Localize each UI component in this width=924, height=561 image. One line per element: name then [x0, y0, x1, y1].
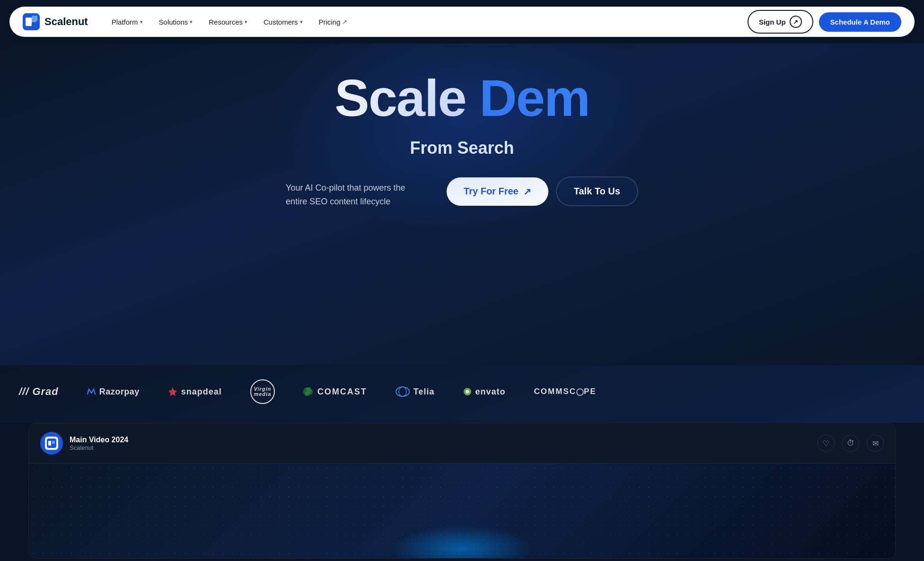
- logos-strip: /// Grad Razorpay snapdeal Virginmedia C…: [0, 365, 924, 423]
- hero-title: Scale Dem: [334, 72, 589, 124]
- nav-pricing[interactable]: Pricing ↗: [312, 14, 354, 30]
- hero-buttons: Try For Free ↗ Talk To Us: [447, 176, 638, 206]
- nav-links: Platform ▾ Solutions ▾ Resources ▾ Custo…: [105, 14, 354, 30]
- nav-customers[interactable]: Customers ▾: [257, 14, 309, 30]
- nav-platform[interactable]: Platform ▾: [105, 14, 150, 30]
- logos-track: /// Grad Razorpay snapdeal Virginmedia C…: [0, 379, 924, 404]
- talk-to-us-button[interactable]: Talk To Us: [556, 176, 638, 206]
- external-link-icon: ↗: [342, 18, 347, 26]
- try-for-free-button[interactable]: Try For Free ↗: [447, 177, 548, 206]
- list-item: /// Grad: [19, 386, 59, 398]
- chevron-down-icon: ▾: [190, 19, 193, 25]
- video-glow: [391, 525, 533, 558]
- video-actions: ♡ ⏱ ✉: [818, 435, 884, 452]
- list-item: Telia: [396, 386, 435, 397]
- svg-marker-3: [168, 387, 177, 396]
- list-item: COMCAST: [303, 387, 367, 397]
- arrow-icon: ↗: [790, 16, 802, 28]
- svg-rect-1: [26, 18, 30, 26]
- heart-icon[interactable]: ♡: [818, 435, 835, 452]
- svg-point-8: [396, 387, 409, 396]
- list-item: COMMSCPE: [534, 387, 597, 396]
- chevron-down-icon: ▾: [140, 19, 143, 25]
- svg-point-9: [399, 387, 406, 396]
- video-section: Main Video 2024 Scalenut ♡ ⏱ ✉: [0, 423, 924, 561]
- hero-bottom: Your AI Co-pilot that powers the entire …: [249, 176, 675, 209]
- video-channel: Scalenut: [70, 444, 128, 451]
- avatar: [40, 432, 63, 455]
- hero-section: Scale Dem From Search Your AI Co-pilot t…: [0, 44, 924, 365]
- chevron-down-icon: ▾: [300, 19, 303, 25]
- clock-icon[interactable]: ⏱: [842, 435, 859, 452]
- svg-point-12: [577, 389, 583, 395]
- svg-rect-14: [48, 441, 51, 446]
- svg-point-7: [305, 391, 310, 396]
- logo-icon: [23, 13, 40, 30]
- video-card: Main Video 2024 Scalenut ♡ ⏱ ✉: [28, 423, 896, 559]
- share-icon[interactable]: ✉: [867, 435, 884, 452]
- list-item: Virginmedia: [250, 379, 275, 404]
- scalenut-logo-icon: [45, 437, 58, 450]
- svg-rect-2: [31, 18, 36, 22]
- chevron-down-icon: ▾: [245, 19, 247, 25]
- list-item: Razorpay: [87, 387, 140, 397]
- svg-rect-0: [23, 13, 40, 30]
- nav-resources[interactable]: Resources ▾: [202, 14, 254, 30]
- video-title: Main Video 2024: [70, 436, 128, 444]
- nav-right: Sign Up ↗ Schedule A Demo: [748, 10, 901, 34]
- svg-point-11: [466, 390, 469, 394]
- list-item: envato: [463, 387, 506, 397]
- logo-label: Scalenut: [44, 16, 88, 28]
- arrow-icon: ↗: [523, 186, 531, 197]
- schedule-demo-button[interactable]: Schedule A Demo: [819, 12, 901, 32]
- svg-rect-15: [52, 441, 55, 444]
- hero-description: Your AI Co-pilot that powers the entire …: [286, 176, 418, 209]
- signup-button[interactable]: Sign Up ↗: [748, 10, 813, 34]
- logo[interactable]: Scalenut: [23, 13, 88, 30]
- video-header: Main Video 2024 Scalenut ♡ ⏱ ✉: [29, 423, 895, 464]
- hero-subtitle: From Search: [410, 138, 514, 158]
- list-item: snapdeal: [168, 387, 222, 397]
- video-info: Main Video 2024 Scalenut: [70, 436, 128, 451]
- video-body: [29, 464, 895, 558]
- nav-left: Scalenut Platform ▾ Solutions ▾ Resource…: [23, 13, 354, 30]
- video-header-left: Main Video 2024 Scalenut: [40, 432, 128, 455]
- navbar: Scalenut Platform ▾ Solutions ▾ Resource…: [9, 7, 915, 37]
- nav-solutions[interactable]: Solutions ▾: [152, 14, 200, 30]
